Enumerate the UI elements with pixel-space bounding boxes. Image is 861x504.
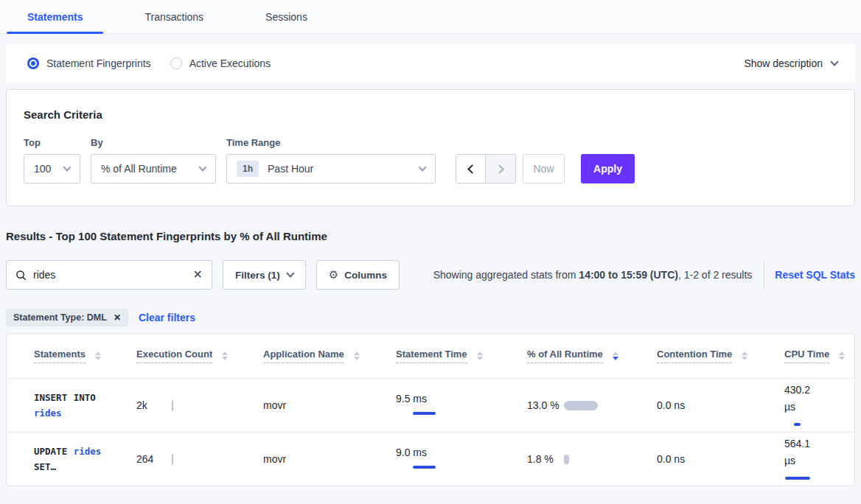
runtime-pct-bar — [564, 401, 598, 410]
statement-time-value: 9.0 ms — [396, 447, 439, 458]
time-range-value: Past Hour — [268, 163, 313, 175]
search-criteria-card: Search Criteria Top 100 By % of All Runt… — [6, 89, 855, 206]
search-input[interactable] — [33, 269, 193, 281]
time-range-select[interactable]: 1h Past Hour — [226, 154, 436, 183]
search-icon — [15, 270, 27, 281]
statement-time-bar — [396, 463, 439, 472]
radio-label: Statement Fingerprints — [46, 57, 151, 69]
contention-time-cell: 0.0 ns — [657, 399, 784, 411]
radio-statement-fingerprints[interactable]: Statement Fingerprints — [27, 57, 151, 69]
radio-active-executions[interactable]: Active Executions — [170, 57, 271, 69]
statement-link[interactable]: rides — [74, 446, 102, 457]
gear-icon: ⚙ — [329, 268, 338, 281]
time-nav-group — [456, 154, 516, 183]
by-field: By % of All Runtime — [91, 137, 216, 183]
execution-count-value: 264 — [136, 453, 161, 465]
top-tab-bar: Statements Transactions Sessions — [0, 0, 861, 34]
divider — [764, 261, 764, 289]
sort-icon[interactable] — [354, 351, 360, 360]
cpu-time-value: 430.2 µs — [784, 382, 821, 416]
stats-range: 14:00 to 15:59 (UTC) — [579, 269, 678, 281]
show-description-label: Show description — [744, 57, 823, 69]
table-header-row: Statements Execution Count Application N… — [7, 334, 854, 378]
column-header-runtime-pct[interactable]: % of All Runtime — [527, 349, 657, 363]
runtime-pct-cell: 1.8 % — [527, 452, 657, 467]
remove-filter-icon[interactable]: ✕ — [114, 312, 121, 323]
sort-icon-active-desc[interactable] — [613, 351, 618, 360]
now-button[interactable]: Now — [523, 154, 565, 183]
results-heading: Results - Top 100 Statement Fingerprints… — [6, 230, 855, 242]
filter-chip-label: Statement Type: DML — [13, 312, 107, 323]
columns-button-label: Columns — [344, 270, 387, 281]
clear-filters-link[interactable]: Clear filters — [139, 312, 195, 323]
column-header-label: % of All Runtime — [527, 349, 603, 363]
execution-count-cell: 2k — [136, 399, 263, 411]
filters-button-label: Filters (1) — [235, 270, 280, 281]
top-select-value: 100 — [34, 163, 51, 175]
filters-button[interactable]: Filters (1) — [223, 260, 306, 290]
time-range-badge: 1h — [237, 161, 259, 177]
stats-suffix: , 1-2 of 2 results — [678, 269, 752, 281]
next-time-button[interactable] — [486, 154, 516, 183]
cpu-time-cell: 430.2 µs — [784, 382, 854, 430]
tab-transactions[interactable]: Transactions — [137, 11, 211, 33]
sort-icon[interactable] — [477, 351, 483, 360]
statement-cell: UPDATE rides SET… — [7, 444, 136, 475]
column-header-execution-count[interactable]: Execution Count — [136, 349, 263, 363]
tab-sessions[interactable]: Sessions — [258, 11, 315, 33]
previous-time-button[interactable] — [456, 154, 486, 183]
reset-sql-stats-link[interactable]: Reset SQL Stats — [775, 269, 855, 281]
show-description-toggle[interactable]: Show description — [744, 57, 837, 69]
count-bar — [172, 454, 173, 465]
radio-label: Active Executions — [189, 57, 271, 69]
runtime-pct-cell: 13.0 % — [527, 398, 657, 413]
by-select-value: % of All Runtime — [101, 163, 177, 175]
sql-text: INSERT INTO — [34, 392, 96, 403]
tab-statements[interactable]: Statements — [20, 11, 90, 33]
execution-count-cell: 264 — [136, 453, 263, 465]
column-header-label: Application Name — [263, 349, 344, 363]
columns-button[interactable]: ⚙ Columns — [316, 260, 400, 290]
statement-time-bar — [396, 409, 439, 419]
time-range-field: Time Range 1h Past Hour — [226, 137, 436, 183]
chevron-down-icon — [286, 269, 294, 277]
column-header-label: Statements — [34, 349, 86, 363]
chevron-down-icon — [63, 163, 71, 171]
chevron-down-icon — [830, 57, 838, 66]
chevron-right-icon — [495, 164, 504, 174]
table-row: INSERT INTO rides 2k movr 9.5 ms 13.0 % … — [7, 378, 854, 432]
top-select[interactable]: 100 — [24, 154, 80, 183]
column-header-statements[interactable]: Statements — [7, 349, 136, 363]
stats-prefix: Showing aggregated stats from — [433, 269, 579, 281]
sort-icon[interactable] — [95, 351, 101, 360]
column-header-cpu-time[interactable]: CPU Time — [784, 349, 854, 363]
column-header-application-name[interactable]: Application Name — [263, 349, 396, 363]
column-header-label: Statement Time — [396, 349, 467, 363]
chevron-down-icon — [418, 163, 426, 171]
statement-time-cell: 9.0 ms — [396, 447, 527, 472]
sql-text: SET… — [34, 461, 56, 472]
sort-icon[interactable] — [839, 351, 845, 360]
cpu-time-cell: 564.1 µs — [784, 435, 854, 483]
execution-count-value: 2k — [136, 399, 161, 411]
column-header-contention-time[interactable]: Contention Time — [657, 349, 784, 363]
statements-table: Statements Execution Count Application N… — [6, 333, 855, 486]
time-range-label: Time Range — [226, 137, 436, 148]
statement-link[interactable]: rides — [34, 407, 62, 419]
top-field: Top 100 — [24, 137, 80, 183]
cpu-time-value: 564.1 µs — [784, 435, 821, 469]
chevron-left-icon — [467, 164, 477, 174]
sort-icon[interactable] — [742, 351, 747, 360]
contention-time-cell: 0.0 ns — [657, 453, 784, 465]
column-header-label: Execution Count — [136, 349, 212, 363]
runtime-pct-bar — [564, 455, 569, 464]
radio-unselected-icon — [170, 57, 182, 69]
column-header-statement-time[interactable]: Statement Time — [396, 349, 527, 363]
sort-icon[interactable] — [222, 351, 228, 360]
clear-search-icon[interactable]: ✕ — [193, 269, 203, 281]
apply-button[interactable]: Apply — [581, 154, 635, 183]
count-bar — [172, 400, 173, 411]
filter-chip-row: Statement Type: DML ✕ Clear filters — [6, 309, 855, 326]
by-select[interactable]: % of All Runtime — [91, 154, 216, 183]
sql-text: UPDATE — [34, 446, 67, 457]
